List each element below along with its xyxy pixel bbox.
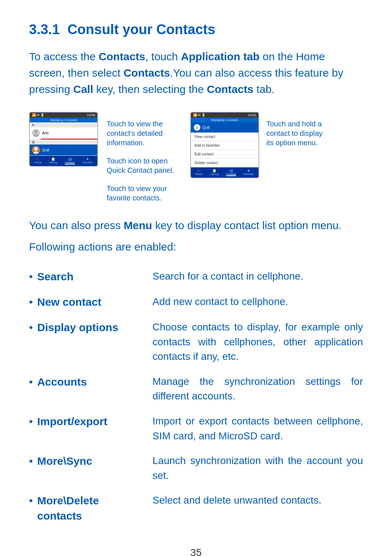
more-sync-bullet: • — [29, 454, 33, 469]
menu-delete-contact: Delete contact — [191, 159, 258, 167]
callout-view-contact: Touch to view the contact's detailed inf… — [107, 119, 179, 147]
calllog-tab-icon: 📋 — [51, 157, 56, 161]
more-delete-desc: Select and delete unwanted contacts. — [152, 493, 363, 508]
battery-icon: 🔋 — [40, 113, 44, 117]
menu-view-contact: View contact — [191, 133, 258, 141]
callout-quick-contact: Touch icon to open Quick Contact panel. — [107, 156, 179, 175]
section-title: 3.3.1 Consult your Contacts — [29, 22, 363, 37]
accounts-label-container: • Accounts — [29, 374, 152, 390]
right-phone-section: 📶 ✉ 🔋 14:01 Displaying 2 contacts ⊙ Quil… — [190, 112, 332, 178]
page-number: 35 — [29, 547, 363, 557]
actions-list: • Search Search for a contact in cellpho… — [29, 264, 363, 529]
svg-point-0 — [34, 130, 38, 134]
contact-quill: Quill — [30, 145, 97, 156]
ann-avatar — [32, 129, 40, 137]
right-favorites-icon: ★ — [246, 169, 251, 172]
right-time: 14:01 — [248, 113, 256, 117]
search-label: Search — [37, 269, 74, 284]
menu-edit-contact: Edit contact — [191, 150, 258, 159]
left-status-bar: 📶 ✉ 🔋 13:59 — [30, 113, 97, 118]
section-header-q: Q — [30, 139, 97, 145]
quill-name: Quill — [42, 148, 49, 152]
right-tab-favorites: ★ Favorites — [244, 169, 254, 176]
more-delete-label-container: • More\Deletecontacts — [29, 493, 152, 524]
ann-name: Ann — [42, 131, 49, 135]
display-options-bullet: • — [29, 320, 33, 335]
right-callout-text: Touch and hold a contact to display its … — [266, 112, 332, 147]
new-contact-bullet: • — [29, 294, 33, 310]
right-favorites-label: Favorites — [244, 173, 254, 175]
search-bullet: • — [29, 269, 33, 284]
menu-key-text: You can also press Menu key to display c… — [29, 217, 363, 233]
contacts-tab-icon: 👥 — [68, 157, 73, 161]
import-export-bullet: • — [29, 414, 33, 429]
right-tab-phone: 📞 Phone — [195, 169, 203, 176]
right-calllog-label: Call log — [210, 173, 219, 175]
right-tab-calllog: 📋 Call log — [210, 169, 219, 176]
right-signal-icon: 📶 — [193, 113, 197, 117]
right-calllog-icon: 📋 — [212, 169, 217, 172]
menu-add-favorites: Add to favorites — [191, 141, 258, 150]
tab-phone: 📞 Phone — [34, 157, 41, 164]
left-callouts: Touch to view the contact's detailed inf… — [107, 112, 179, 203]
message-icon: ✉ — [37, 113, 40, 117]
right-phone-label: Phone — [195, 173, 203, 175]
more-sync-desc: Launch synchronization with the account … — [152, 454, 363, 483]
right-status-bar: 📶 ✉ 🔋 14:01 — [191, 113, 258, 118]
accounts-bullet: • — [29, 374, 33, 390]
left-subtitle: Displaying 2 contacts — [30, 118, 97, 122]
more-sync-label: More\Sync — [37, 454, 93, 469]
contacts-tab-label: Contacts — [65, 161, 75, 164]
signal-icon: 📶 — [32, 113, 36, 117]
import-export-desc: Import or export contacts between cellph… — [152, 414, 363, 443]
tab-favorites: ★ Favorites — [82, 157, 93, 164]
left-time: 13:59 — [87, 113, 95, 117]
callout-favorites: Touch to view your favorite contacts. — [107, 184, 179, 203]
svg-point-3 — [33, 151, 39, 154]
right-contacts-label: Contacts — [226, 173, 236, 175]
left-status-icons: 📶 ✉ 🔋 — [32, 113, 44, 117]
right-tab-contacts: 👥 Contacts — [226, 169, 236, 176]
left-phone-container: 📶 ✉ 🔋 13:59 Displaying 2 contacts A Ann … — [29, 112, 179, 203]
more-delete-bullet: • — [29, 493, 33, 508]
calllog-tab-label: Call log — [49, 161, 57, 164]
accounts-desc: Manage the synchronization settings for … — [152, 374, 363, 404]
popup-contact-name: Quill — [203, 126, 210, 130]
display-options-label-container: • Display options — [29, 320, 152, 335]
search-desc: Search for a contact in cellphone. — [152, 269, 363, 284]
favorites-tab-label: Favorites — [82, 161, 93, 164]
accounts-label: Accounts — [37, 374, 87, 390]
left-phone-screen: 📶 ✉ 🔋 13:59 Displaying 2 contacts A Ann … — [29, 112, 98, 167]
left-bottom-bar: 📞 Phone 📋 Call log 👥 Contacts ★ Favorite… — [30, 156, 97, 166]
new-contact-label: New contact — [37, 294, 102, 310]
popup-header: ⊙ Quill — [191, 122, 258, 133]
popup-contact-icon: ⊙ — [194, 124, 200, 131]
right-phone-icon: 📞 — [196, 169, 201, 172]
more-delete-label: More\Deletecontacts — [37, 493, 99, 524]
contact-ann: Ann — [30, 127, 97, 139]
svg-point-2 — [34, 147, 38, 151]
section-header-a: A — [30, 122, 97, 127]
left-contact-list: A Ann Q Quill — [30, 122, 97, 156]
tab-contacts: 👥 Contacts — [65, 157, 75, 164]
section-number: 3.3.1 — [29, 22, 60, 37]
section-heading: Consult your Contacts — [68, 22, 215, 37]
action-accounts: • Accounts Manage the synchronization se… — [29, 369, 363, 409]
right-bottom-bar: 📞 Phone 📋 Call log 👥 Contacts ★ Favorite… — [191, 167, 258, 178]
action-import-export: • Import/export Import or export contact… — [29, 409, 363, 448]
popup-menu: ⊙ Quill View contact Add to favorites Ed… — [191, 122, 258, 167]
display-options-label: Display options — [37, 320, 118, 335]
svg-point-1 — [33, 134, 39, 137]
action-display-options: • Display options Choose contacts to dis… — [29, 315, 363, 369]
right-phone-screen: 📶 ✉ 🔋 14:01 Displaying 2 contacts ⊙ Quil… — [190, 112, 259, 178]
action-more-delete: • More\Deletecontacts Select and delete … — [29, 488, 363, 529]
tab-calllog: 📋 Call log — [49, 157, 57, 164]
new-contact-desc: Add new contact to cellphone. — [152, 294, 363, 309]
import-export-label: Import/export — [37, 414, 107, 429]
more-sync-label-container: • More\Sync — [29, 454, 152, 469]
quill-avatar — [32, 146, 40, 154]
right-subtitle: Displaying 2 contacts — [191, 118, 258, 122]
intro-paragraph: To access the Contacts, touch Applicatio… — [29, 48, 363, 97]
import-export-label-container: • Import/export — [29, 414, 152, 429]
display-options-desc: Choose contacts to display, for example … — [152, 320, 363, 364]
